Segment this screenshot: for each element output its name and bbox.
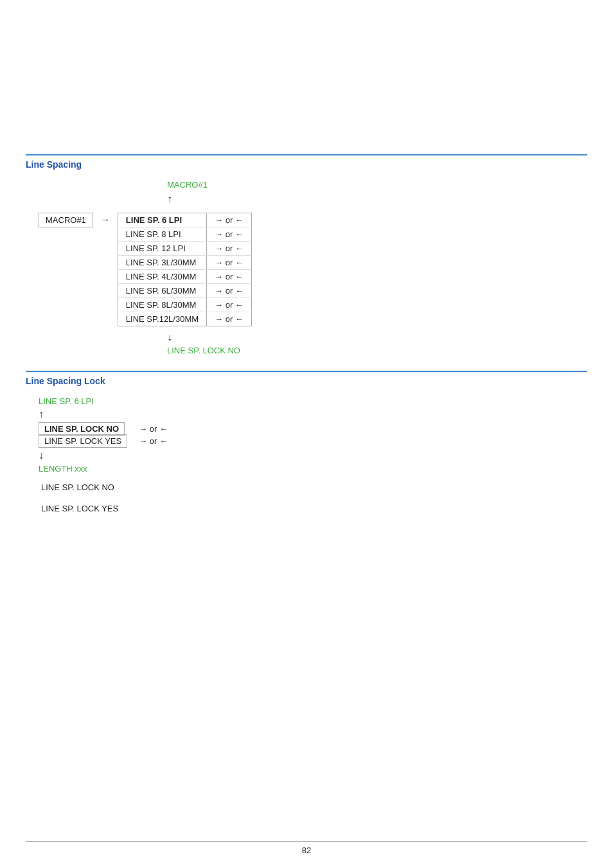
line-spacing-lock-title: Line Spacing Lock bbox=[26, 376, 105, 386]
ls-menu-row: LINE SP. 12 LPI→ or ← bbox=[118, 242, 251, 256]
ls-menu-row: LINE SP. 6L/30MM→ or ← bbox=[118, 284, 251, 298]
ls-green-top: MACRO#1 bbox=[167, 180, 208, 190]
ls-menu-item-action: → or ← bbox=[207, 298, 252, 312]
lsl-menu-row: LINE SP. LOCK YES→ or ← bbox=[39, 435, 174, 447]
lsl-desc-yes-label: LINE SP. LOCK YES bbox=[41, 504, 118, 513]
ls-menu-item-label: LINE SP.12L/30MM bbox=[118, 312, 206, 326]
ls-menu-table: LINE SP. 6 LPI→ or ←LINE SP. 8 LPI→ or ←… bbox=[118, 213, 252, 326]
ls-menu-item-label: LINE SP. 8 LPI bbox=[118, 227, 206, 242]
ls-menu-row: LINE SP. 3L/30MM→ or ← bbox=[118, 256, 251, 270]
lsl-arrow-up: ↑ bbox=[39, 409, 587, 420]
ls-menu-item-label: LINE SP. 3L/30MM bbox=[118, 256, 206, 270]
line-spacing-lock-header: Line Spacing Lock bbox=[26, 371, 587, 386]
line-spacing-section: Line Spacing MACRO#1 ↑ MACRO#1 → LINE SP… bbox=[26, 154, 587, 355]
ls-green-bottom: LINE SP. LOCK NO bbox=[167, 346, 240, 355]
ls-menu-item-action: → or ← bbox=[207, 242, 252, 256]
lsl-desc-yes: LINE SP. LOCK YES bbox=[41, 504, 587, 513]
lsl-menu-table: LINE SP. LOCK NO→ or ←LINE SP. LOCK YES→… bbox=[39, 423, 174, 447]
flex-spacer bbox=[26, 525, 587, 841]
page-number: 82 bbox=[302, 846, 311, 855]
ls-menu-item-label: LINE SP. 8L/30MM bbox=[118, 298, 206, 312]
lsl-layout: LINE SP. 6 LPI ↑ LINE SP. LOCK NO→ or ←L… bbox=[39, 396, 587, 513]
ls-menu-row: LINE SP.12L/30MM→ or ← bbox=[118, 312, 251, 326]
lsl-desc-no-title: LINE SP. LOCK NO bbox=[41, 483, 587, 492]
page-footer: 82 bbox=[26, 841, 587, 855]
lsl-menu-row: LINE SP. LOCK NO→ or ← bbox=[39, 423, 174, 435]
lsl-menu-item-action: → or ← bbox=[134, 423, 174, 435]
macro-label: MACRO#1 bbox=[46, 215, 86, 225]
ls-menu-item-label: LINE SP. 6 LPI bbox=[118, 213, 206, 227]
lsl-green-top: LINE SP. 6 LPI bbox=[39, 396, 94, 406]
page: Line Spacing MACRO#1 ↑ MACRO#1 → LINE SP… bbox=[0, 0, 613, 868]
ls-menu-item-action: → or ← bbox=[207, 312, 252, 326]
ls-menu-row: LINE SP. 8L/30MM→ or ← bbox=[118, 298, 251, 312]
ls-menu-item-action: → or ← bbox=[207, 256, 252, 270]
arrow-right: → bbox=[101, 213, 110, 225]
line-spacing-header: Line Spacing bbox=[26, 154, 587, 170]
ls-menu-item-action: → or ← bbox=[207, 284, 252, 298]
ls-menu-item-action: → or ← bbox=[207, 213, 252, 227]
lsl-descriptions: LINE SP. LOCK NO LINE SP. LOCK YES bbox=[41, 483, 587, 513]
ls-menu-row: LINE SP. 8 LPI→ or ← bbox=[118, 227, 251, 242]
lsl-arrow-down: ↓ bbox=[39, 450, 587, 461]
ls-menu-item-label: LINE SP. 12 LPI bbox=[118, 242, 206, 256]
lsl-menu-item-label: LINE SP. LOCK YES bbox=[39, 435, 134, 447]
ls-menu-row: LINE SP. 4L/30MM→ or ← bbox=[118, 270, 251, 284]
section-divider-1 bbox=[26, 355, 587, 371]
macro-box: MACRO#1 bbox=[39, 213, 93, 227]
lsl-menu-item-label: LINE SP. LOCK NO bbox=[39, 423, 134, 435]
top-spacer bbox=[26, 13, 587, 154]
ls-main-row: MACRO#1 → LINE SP. 6 LPI→ or ←LINE SP. 8… bbox=[39, 213, 587, 326]
line-spacing-layout: MACRO#1 ↑ MACRO#1 → LINE SP. 6 LPI→ or ←… bbox=[39, 180, 587, 355]
ls-menu-row: LINE SP. 6 LPI→ or ← bbox=[118, 213, 251, 227]
lsl-menu-item-action: → or ← bbox=[134, 435, 174, 447]
line-spacing-lock-section: Line Spacing Lock LINE SP. 6 LPI ↑ LINE … bbox=[26, 371, 587, 525]
ls-menu-item-label: LINE SP. 6L/30MM bbox=[118, 284, 206, 298]
ls-arrow-down: ↓ bbox=[167, 332, 587, 343]
lsl-desc-yes-title: LINE SP. LOCK YES bbox=[41, 504, 587, 513]
lsl-desc-no-label: LINE SP. LOCK NO bbox=[41, 483, 114, 492]
ls-menu-item-label: LINE SP. 4L/30MM bbox=[118, 270, 206, 284]
lsl-desc-no: LINE SP. LOCK NO bbox=[41, 483, 587, 492]
line-spacing-title: Line Spacing bbox=[26, 159, 82, 170]
ls-menu-item-action: → or ← bbox=[207, 227, 252, 242]
ls-menu-item-action: → or ← bbox=[207, 270, 252, 284]
ls-arrow-up: ↑ bbox=[167, 193, 587, 205]
lsl-green-bottom: LENGTH xxx bbox=[39, 464, 87, 474]
